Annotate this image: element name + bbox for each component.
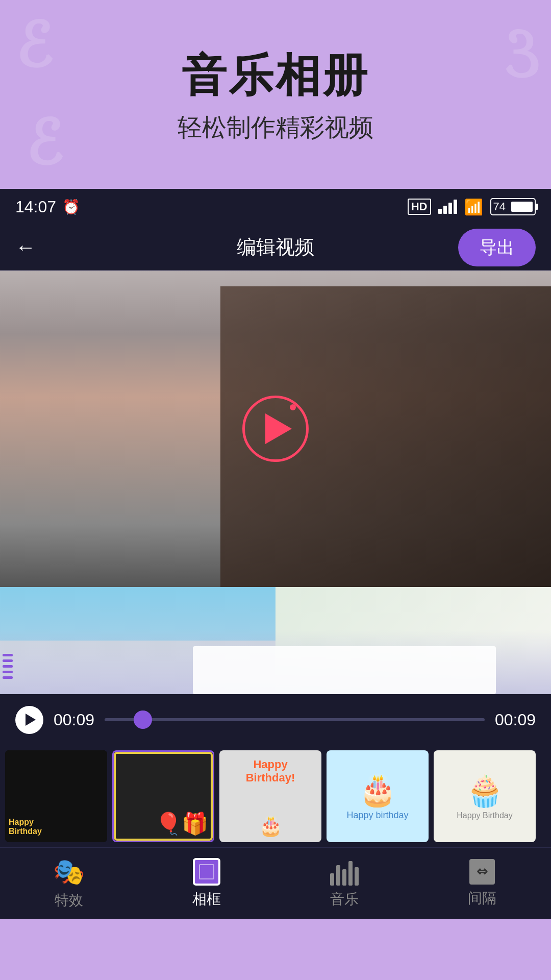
- thumb-2-bg: 🎈🎁: [114, 752, 213, 841]
- thumb-1-text: HappyBirthday: [8, 817, 43, 837]
- thumbnail-4[interactable]: 🎂 Happy birthday: [327, 750, 429, 842]
- effects-label: 特效: [55, 891, 83, 910]
- thumbnail-5[interactable]: 🧁 Happy Birthday: [434, 750, 536, 842]
- hero-subtitle: 轻松制作精彩视频: [178, 111, 373, 144]
- thumb-4-bg: 🎂 Happy birthday: [327, 750, 429, 842]
- play-small-icon: [26, 714, 36, 726]
- progress-track[interactable]: [105, 718, 485, 721]
- export-button[interactable]: 导出: [458, 229, 536, 266]
- thumbnails-row: HappyBirthday 🎈🎁 HappyBirthday! 🎂 🎂 Happ…: [0, 745, 551, 847]
- music-label: 音乐: [330, 890, 359, 909]
- cake-icon: 🎂: [359, 772, 397, 808]
- nav-item-frame[interactable]: 相框: [138, 858, 276, 909]
- purple-line-1: [3, 654, 13, 656]
- purple-line-2: [3, 659, 13, 662]
- signal-bar-1: [438, 209, 442, 214]
- progress-thumb[interactable]: [134, 710, 152, 729]
- spacing-label: 间隔: [468, 889, 496, 908]
- thumb-5-label: Happy Birthday: [457, 811, 512, 820]
- nav-bar: ← 编辑视频 导出: [0, 225, 551, 271]
- clock-icon: ⏰: [62, 199, 80, 215]
- timeline-inner: [0, 587, 551, 694]
- hero-section: ℰ ℰ ℰ 音乐相册 轻松制作精彩视频: [0, 0, 551, 189]
- cupcake-icon: 🧁: [466, 773, 504, 809]
- music-bar-4: [348, 861, 353, 886]
- hd-badge: HD: [408, 199, 431, 215]
- timeline-purple-lines: [0, 654, 15, 679]
- music-bar-3: [342, 869, 346, 886]
- music-icon: [330, 858, 359, 886]
- purple-line-5: [3, 676, 13, 679]
- thumb-4-label: Happy birthday: [346, 810, 408, 821]
- thumbnail-1[interactable]: HappyBirthday: [5, 750, 107, 842]
- battery-fill: [511, 202, 533, 212]
- bottom-nav: 🎭 特效 相框 音乐 ⇔ 间隔: [0, 847, 551, 919]
- signal-bars: [438, 200, 457, 214]
- purple-line-3: [3, 665, 13, 668]
- thumbnail-3[interactable]: HappyBirthday! 🎂: [219, 750, 321, 842]
- back-button[interactable]: ←: [15, 236, 36, 259]
- swirl-decor-3: ℰ: [26, 108, 63, 179]
- nav-title: 编辑视频: [237, 234, 314, 260]
- thumb-3-bg: HappyBirthday! 🎂: [219, 750, 321, 842]
- battery-level: 74: [493, 200, 506, 213]
- play-small-button[interactable]: [15, 706, 43, 734]
- play-icon: [265, 413, 292, 444]
- thumb-5-bg: 🧁 Happy Birthday: [434, 750, 536, 842]
- timeline-white-box: [193, 646, 496, 695]
- spacing-icon: ⇔: [469, 859, 495, 885]
- status-bar: 14:07 ⏰ HD 📶 74: [0, 189, 551, 225]
- balloons-icon: 🎈🎁: [155, 811, 208, 836]
- status-right: HD 📶 74: [408, 198, 536, 216]
- thumb-3-icon: 🎂: [259, 815, 283, 837]
- timeline-strip: [0, 587, 551, 694]
- wifi-icon: 📶: [464, 198, 483, 216]
- signal-bar-4: [454, 200, 457, 214]
- status-left: 14:07 ⏰: [15, 198, 80, 216]
- back-arrow-icon: ←: [15, 236, 36, 259]
- frame-label: 相框: [192, 890, 221, 909]
- nav-item-spacing[interactable]: ⇔ 间隔: [413, 859, 551, 908]
- status-time: 14:07: [15, 198, 56, 216]
- thumb-3-text: HappyBirthday!: [246, 758, 295, 785]
- battery: 74: [490, 198, 536, 215]
- nav-item-effects[interactable]: 🎭 特效: [0, 857, 138, 910]
- music-bar-1: [330, 873, 334, 886]
- video-preview: [0, 271, 551, 587]
- music-bar-5: [355, 867, 359, 886]
- time-end: 00:09: [495, 710, 536, 729]
- thumb-1-bg: HappyBirthday: [5, 750, 107, 842]
- play-dot-icon: [290, 404, 296, 410]
- spacing-arrows-icon: ⇔: [477, 864, 488, 879]
- signal-bar-3: [448, 203, 452, 214]
- playback-controls: 00:09 00:09: [0, 694, 551, 745]
- battery-cap: [536, 204, 538, 210]
- hero-title: 音乐相册: [182, 45, 369, 106]
- nav-item-music[interactable]: 音乐: [276, 858, 413, 909]
- music-bar-2: [336, 865, 340, 886]
- signal-bar-2: [443, 206, 447, 214]
- swirl-decor-1: ℰ: [15, 10, 53, 81]
- purple-line-4: [3, 671, 13, 673]
- thumbnail-2[interactable]: 🎈🎁: [112, 750, 214, 842]
- time-start: 00:09: [54, 710, 94, 729]
- play-button[interactable]: [242, 396, 309, 462]
- frame-icon: [193, 858, 220, 886]
- effects-icon: 🎭: [53, 857, 85, 887]
- swirl-decor-2: ℰ: [504, 20, 541, 91]
